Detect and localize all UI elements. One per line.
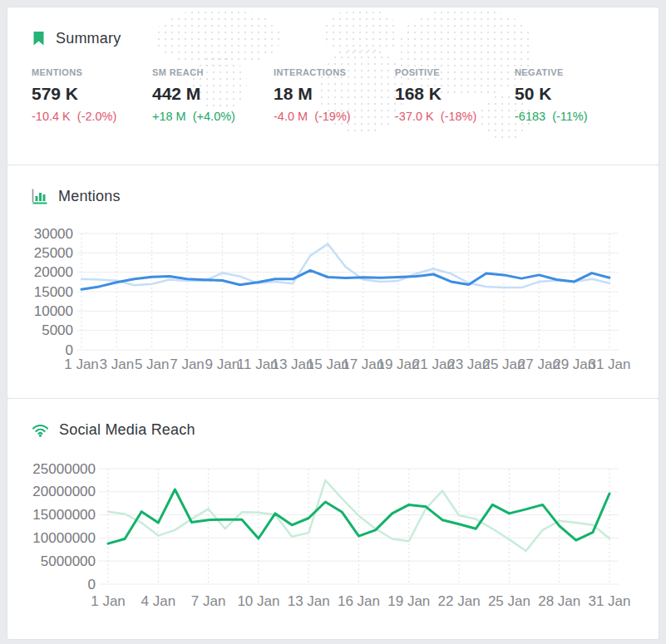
metric-label-1: SM REACH (152, 67, 235, 77)
svg-text:1 Jan: 1 Jan (91, 593, 126, 609)
svg-text:20000: 20000 (34, 264, 73, 280)
wifi-icon (32, 423, 49, 437)
metric-delta-3: -37.0 K (-18%) (395, 110, 476, 123)
svg-text:13 Jan: 13 Jan (288, 593, 330, 609)
metric-value-4: 50 K (515, 84, 588, 104)
svg-text:31 Jan: 31 Jan (588, 356, 630, 372)
svg-text:1 Jan: 1 Jan (64, 356, 99, 372)
svg-text:5 Jan: 5 Jan (135, 356, 170, 372)
metric-value-1: 442 M (152, 84, 235, 104)
metric-label-0: MENTIONS (32, 67, 116, 77)
metric-delta-2: -4.0 M (-19%) (274, 110, 351, 123)
svg-text:10 Jan: 10 Jan (237, 593, 279, 609)
svg-text:7 Jan: 7 Jan (170, 356, 205, 372)
metric-interactions: INTERACTIONS 18 M -4.0 M (-19%) (274, 67, 351, 123)
metric-value-0: 579 K (32, 84, 116, 104)
metric-delta-1: +18 M (+4.0%) (152, 110, 235, 123)
metric-label-3: POSITIVE (395, 67, 476, 77)
svg-text:10000000: 10000000 (32, 530, 96, 546)
svg-text:0: 0 (88, 577, 96, 592)
svg-text:25 Jan: 25 Jan (488, 593, 530, 609)
metric-negative: NEGATIVE 50 K -6183 (-11%) (515, 67, 588, 123)
svg-text:16 Jan: 16 Jan (338, 593, 380, 609)
metric-mentions: MENTIONS 579 K -10.4 K (-2.0%) (32, 67, 116, 123)
metric-label-4: NEGATIVE (515, 67, 588, 77)
mentions-title: Mentions (58, 188, 121, 205)
metric-label-2: INTERACTIONS (274, 67, 351, 77)
svg-text:19 Jan: 19 Jan (387, 593, 430, 609)
metric-delta-0: -10.4 K (-2.0%) (32, 110, 116, 123)
svg-text:30000: 30000 (34, 226, 73, 242)
svg-text:28 Jan: 28 Jan (538, 593, 580, 609)
metric-value-3: 168 K (395, 84, 476, 104)
summary-title: Summary (56, 30, 121, 47)
reach-header: Social Media Reach (32, 421, 195, 439)
svg-text:10000: 10000 (34, 303, 73, 319)
mentions-card: Mentions 0500010000150002000025000300001… (7, 165, 659, 399)
svg-text:0: 0 (66, 342, 73, 358)
social-media-reach-card: Social Media Reach 050000001000000015000… (7, 398, 659, 640)
summary-header: Summary (32, 30, 121, 47)
bar-chart-icon (32, 189, 48, 204)
svg-text:3 Jan: 3 Jan (100, 356, 135, 372)
summary-card: Summary MENTIONS 579 K -10.4 K (-2.0%) S… (7, 7, 659, 165)
svg-text:5000: 5000 (42, 322, 73, 338)
svg-text:31 Jan: 31 Jan (588, 593, 630, 609)
svg-text:5000000: 5000000 (41, 553, 96, 569)
svg-text:20000000: 20000000 (32, 484, 96, 499)
metric-sm-reach: SM REACH 442 M +18 M (+4.0%) (152, 67, 235, 123)
dashboard-page: { "summary": { "title": "Summary", "tone… (0, 0, 666, 644)
metric-delta-4: -6183 (-11%) (515, 110, 588, 123)
metric-positive: POSITIVE 168 K -37.0 K (-18%) (395, 67, 476, 123)
svg-text:4 Jan: 4 Jan (141, 593, 176, 609)
svg-text:25000000: 25000000 (32, 461, 96, 477)
bookmark-icon (32, 31, 46, 47)
svg-text:15000000: 15000000 (32, 507, 96, 523)
svg-text:9 Jan: 9 Jan (205, 356, 240, 372)
svg-text:7 Jan: 7 Jan (191, 593, 226, 609)
mentions-header: Mentions (32, 188, 121, 205)
svg-text:25000: 25000 (34, 245, 73, 261)
svg-text:22 Jan: 22 Jan (438, 593, 481, 609)
svg-text:15000: 15000 (34, 284, 73, 300)
dashboard-content: Summary MENTIONS 579 K -10.4 K (-2.0%) S… (7, 7, 659, 640)
reach-title: Social Media Reach (59, 421, 195, 439)
metric-value-2: 18 M (274, 84, 351, 104)
